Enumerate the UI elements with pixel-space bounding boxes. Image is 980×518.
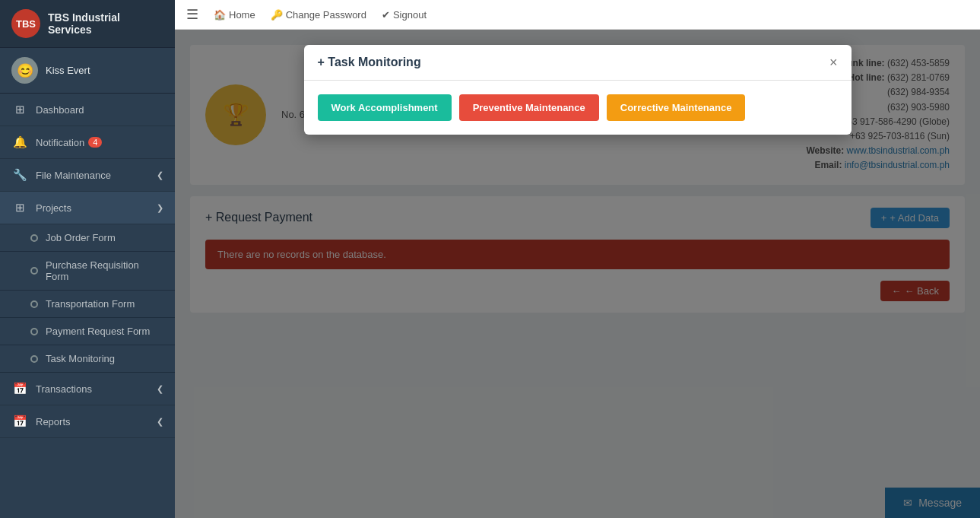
avatar: 😊 [11,57,38,84]
topbar-change-password-link[interactable]: 🔑 Change Password [271,9,366,21]
topbar-home-link[interactable]: 🏠 Home [214,9,255,21]
circle-icon [30,234,38,242]
brand-name: TBS Industrial Services [48,11,163,36]
reports-icon: 📅 [11,415,28,428]
sidebar-item-file-maintenance[interactable]: 🔧 File Maintenance ❮ [0,159,175,192]
sidebar-item-purchase-req-label: Purchase Requisition Form [46,259,163,282]
sidebar-item-notification-label: Notification [36,137,84,148]
circle-icon [30,328,38,335]
sidebar-item-payment-request-label: Payment Request Form [46,326,150,337]
modal-title: + Task Monitoring [318,56,421,69]
dashboard-icon: ⊞ [11,103,28,116]
circle-icon [30,300,38,308]
circle-icon [30,355,38,363]
work-accomplishment-button[interactable]: Work Accomplishment [318,94,452,121]
chevron-right-icon: ❮ [157,384,163,394]
sidebar-item-payment-request[interactable]: Payment Request Form [0,318,175,345]
task-monitoring-modal: + Task Monitoring × Work Accomplishment … [304,45,852,135]
sidebar-item-transactions[interactable]: 📅 Transactions ❮ [0,373,175,405]
chevron-down-icon: ❯ [157,203,163,213]
sidebar-item-reports[interactable]: 📅 Reports ❮ [0,405,175,438]
modal-header: + Task Monitoring × [304,45,852,81]
projects-icon: ⊞ [11,201,28,215]
sidebar-nav: ⊞ Dashboard 🔔 Notification 4 🔧 File Main… [0,94,175,518]
notification-badge: 4 [88,137,102,148]
sidebar-item-projects-label: Projects [36,202,71,214]
user-profile: 😊 Kiss Evert [0,48,175,94]
topbar-signout-link[interactable]: ✔ Signout [382,9,427,21]
corrective-maintenance-button[interactable]: Corrective Maintenance [607,94,746,121]
sidebar-item-task-monitoring[interactable]: Task Monitoring [0,345,175,373]
transactions-icon: 📅 [11,382,28,396]
modal-overlay: + Task Monitoring × Work Accomplishment … [175,30,980,518]
preventive-maintenance-button[interactable]: Preventive Maintenance [459,94,599,121]
notification-icon: 🔔 [11,135,28,149]
topbar: ☰ 🏠 Home 🔑 Change Password ✔ Signout [175,0,980,30]
home-icon: 🏠 [214,9,226,21]
user-name: Kiss Evert [46,65,90,76]
signout-icon: ✔ [382,9,390,21]
sidebar-item-job-order-label: Job Order Form [46,232,116,243]
brand-header: TBS TBS Industrial Services [0,0,175,48]
sidebar-item-transportation[interactable]: Transportation Form [0,291,175,318]
chevron-right-icon: ❮ [157,417,163,427]
sidebar-item-job-order[interactable]: Job Order Form [0,224,175,252]
chevron-right-icon: ❮ [157,170,163,180]
sidebar-item-projects[interactable]: ⊞ Projects ❯ [0,192,175,224]
sidebar-item-dashboard-label: Dashboard [36,104,84,116]
sidebar-item-task-monitoring-label: Task Monitoring [46,353,115,364]
main-content: ☰ 🏠 Home 🔑 Change Password ✔ Signout 🏆 N… [175,0,980,518]
sidebar-item-dashboard[interactable]: ⊞ Dashboard [0,94,175,126]
content-area: 🏆 No. 6 Rosal St., St. Dominic 3, Mindan… [175,30,980,518]
sidebar-item-notification[interactable]: 🔔 Notification 4 [0,126,175,159]
brand-icon: TBS [11,9,40,38]
modal-close-button[interactable]: × [829,56,838,69]
file-maintenance-icon: 🔧 [11,168,28,182]
modal-body: Work Accomplishment Preventive Maintenan… [304,81,852,135]
key-icon: 🔑 [271,9,283,21]
sidebar-item-reports-label: Reports [36,416,71,427]
circle-icon [30,267,38,275]
menu-toggle-icon[interactable]: ☰ [186,6,198,23]
sidebar-item-transportation-label: Transportation Form [46,298,135,310]
sidebar-item-purchase-req[interactable]: Purchase Requisition Form [0,252,175,291]
sidebar: TBS TBS Industrial Services 😊 Kiss Evert… [0,0,175,518]
sidebar-item-file-maintenance-label: File Maintenance [36,170,111,181]
sidebar-item-transactions-label: Transactions [36,383,92,395]
